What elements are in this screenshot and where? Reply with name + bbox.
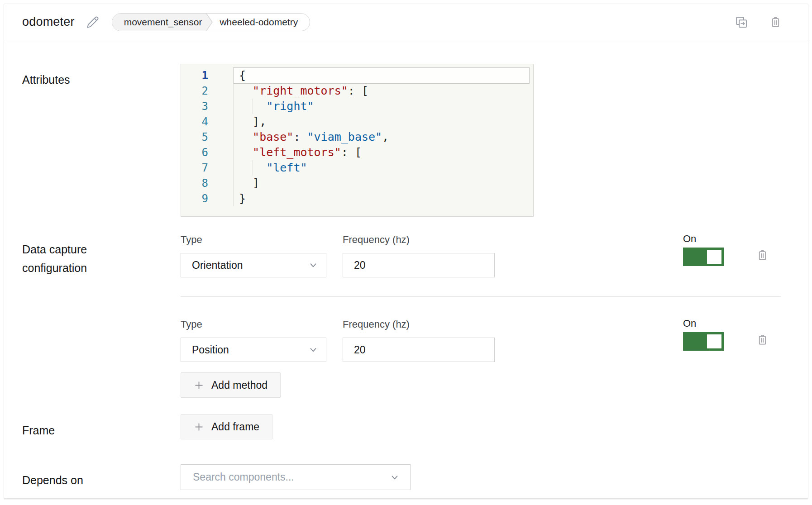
toggle-state-label: On (683, 318, 724, 329)
add-method-label: Add method (211, 379, 267, 391)
code-text: ] (239, 176, 259, 190)
frequency-label: Frequency (hz) (343, 319, 495, 330)
delete-method-button[interactable] (756, 333, 769, 346)
data-capture-section: Data capture configuration Type Orientat… (4, 234, 808, 398)
component-model-label: wheeled-odometry (213, 17, 310, 28)
delete-component-button[interactable] (769, 16, 782, 28)
code-line: 5 "base": "viam_base", (181, 129, 533, 145)
line-number: 5 (181, 129, 208, 145)
add-frame-button[interactable]: Add frame (181, 414, 272, 439)
type-label: Type (181, 234, 326, 246)
code-text: "left_motors": [ (239, 146, 362, 159)
attributes-section: Attributes 1 { 2 "right_motors": [ 3 "ri… (4, 64, 808, 217)
code-text: "base": "viam_base", (239, 130, 389, 143)
depends-on-placeholder: Search components... (193, 471, 294, 483)
capture-method-row: Type Orientation Frequency (hz) On (181, 234, 781, 277)
code-editor-lines: 1 { 2 "right_motors": [ 3 "right" 4 ], 5… (181, 68, 533, 206)
rename-button[interactable] (86, 16, 99, 29)
data-capture-label: Data capture configuration (22, 240, 131, 277)
trash-icon (756, 333, 769, 346)
code-text: ], (239, 115, 266, 128)
toggle-knob (707, 334, 721, 348)
attributes-code-editor[interactable]: 1 { 2 "right_motors": [ 3 "right" 4 ], 5… (181, 64, 534, 217)
trash-icon (769, 16, 782, 28)
plus-icon (194, 380, 204, 391)
line-number: 2 (181, 83, 208, 99)
line-number: 3 (181, 99, 208, 114)
toggle-knob (707, 250, 721, 264)
component-card: odometer movement_sensor wheeled-odometr… (4, 4, 808, 499)
trash-icon (756, 249, 769, 261)
toggle-state-label: On (683, 233, 724, 245)
capture-type-value: Position (192, 344, 229, 356)
depends-on-label: Depends on (22, 471, 131, 490)
code-line: 4 ], (181, 114, 533, 129)
capture-method-row: Type Position Frequency (hz) On (181, 319, 781, 362)
code-line: 1 { (181, 68, 533, 83)
frequency-label: Frequency (hz) (343, 234, 495, 246)
capture-type-value: Orientation (192, 259, 243, 272)
header-actions (735, 15, 782, 29)
component-type-label: movement_sensor (112, 14, 213, 31)
code-line: 9 } (181, 191, 533, 206)
depends-on-section: Depends on Search components... (4, 464, 808, 490)
add-frame-label: Add frame (211, 421, 259, 433)
chevron-down-icon (309, 261, 318, 270)
code-text: } (239, 192, 246, 205)
capture-row-divider (181, 296, 781, 297)
capture-toggle[interactable] (683, 248, 724, 266)
code-line: 7 "left" (181, 160, 533, 176)
pill-chevron-icon (206, 13, 213, 31)
line-number: 6 (181, 145, 208, 160)
code-text: "right_motors": [ (239, 84, 368, 97)
chevron-down-icon (309, 345, 318, 354)
duplicate-icon (735, 15, 748, 29)
frequency-input[interactable] (343, 338, 495, 362)
code-line: 6 "left_motors": [ (181, 145, 533, 160)
code-line: 3 "right" (181, 99, 533, 114)
type-model-pill: movement_sensor wheeled-odometry (112, 13, 310, 31)
capture-type-select[interactable]: Position (181, 338, 326, 362)
line-number: 8 (181, 176, 208, 191)
frequency-input[interactable] (343, 253, 495, 277)
line-number: 9 (181, 191, 208, 206)
delete-method-button[interactable] (756, 249, 769, 261)
frame-section: Frame Add frame (4, 414, 808, 440)
attributes-label: Attributes (22, 71, 131, 89)
capture-type-select[interactable]: Orientation (181, 253, 326, 277)
depends-on-select[interactable]: Search components... (181, 464, 411, 490)
capture-toggle[interactable] (683, 332, 724, 351)
component-header: odometer movement_sensor wheeled-odometr… (4, 4, 808, 40)
add-method-button[interactable]: Add method (181, 372, 281, 398)
code-text: "right" (239, 100, 314, 113)
line-number: 1 (181, 68, 208, 83)
pencil-icon (86, 16, 99, 29)
frame-label: Frame (22, 421, 131, 440)
line-number: 4 (181, 114, 208, 129)
duplicate-button[interactable] (735, 15, 748, 29)
code-text: { (239, 69, 246, 82)
line-number: 7 (181, 160, 208, 176)
code-line: 2 "right_motors": [ (181, 83, 533, 99)
capture-rows: Type Orientation Frequency (hz) On (181, 234, 781, 362)
type-label: Type (181, 319, 326, 330)
chevron-down-icon (390, 473, 399, 482)
code-line: 8 ] (181, 176, 533, 191)
component-title: odometer (22, 15, 75, 29)
code-text: "left" (239, 161, 307, 174)
plus-icon (194, 422, 204, 432)
